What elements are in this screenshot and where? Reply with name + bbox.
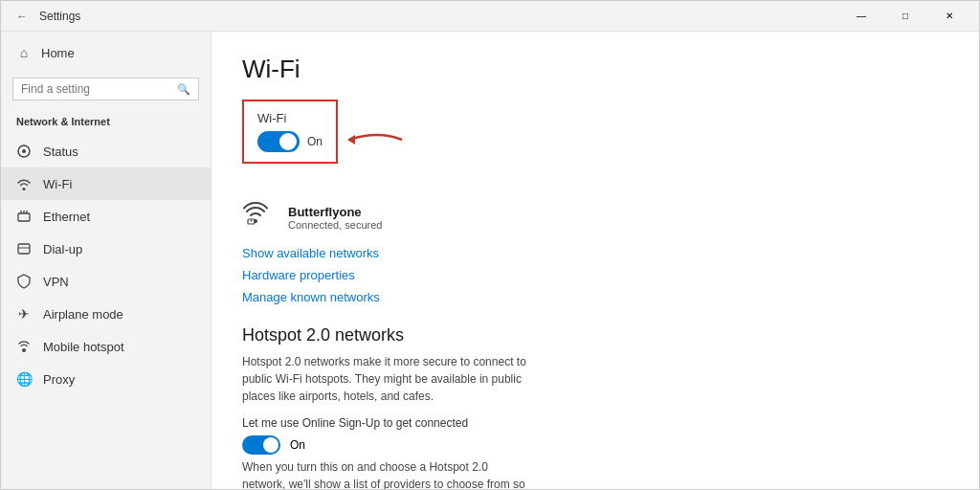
main-content: Wi-Fi Wi-Fi On: [212, 32, 979, 489]
wifi-toggle-box: Wi-Fi On: [242, 100, 338, 164]
wifi-toggle-knob: [279, 133, 297, 150]
sidebar-item-wifi[interactable]: Wi-Fi: [1, 167, 211, 200]
wifi-connected-icon: [242, 200, 269, 227]
sidebar-item-mobile-hotspot[interactable]: Mobile hotspot: [1, 330, 211, 363]
sidebar-item-home[interactable]: ⌂ Home: [1, 32, 211, 74]
search-input[interactable]: [21, 82, 171, 96]
close-button[interactable]: ✕: [927, 1, 971, 32]
wifi-toggle-state: On: [307, 135, 323, 148]
titlebar: ← Settings — □ ✕: [1, 1, 979, 32]
wifi-sidebar-icon: [16, 176, 32, 191]
titlebar-left: ← Settings: [12, 8, 80, 25]
search-icon: 🔍: [177, 83, 190, 96]
wifi-toggle-content: Wi-Fi On: [257, 111, 323, 152]
sidebar-hotspot-label: Mobile hotspot: [43, 340, 124, 354]
ethernet-icon: [16, 209, 32, 224]
connected-network[interactable]: Butterflyone Connected, secured: [242, 192, 948, 242]
sidebar-home-label: Home: [41, 46, 75, 60]
svg-point-10: [251, 220, 253, 222]
signup-toggle-description: When you turn this on and choose a Hotsp…: [242, 458, 529, 489]
network-status: Connected, secured: [288, 219, 382, 231]
wifi-toggle-switch[interactable]: [257, 131, 300, 152]
svg-rect-2: [18, 213, 30, 221]
settings-window: ← Settings — □ ✕ ⌂ Home 🔍 Network & Inte…: [0, 0, 980, 490]
wifi-toggle-row: On: [257, 131, 323, 152]
sidebar-section-title: Network & Internet: [1, 110, 211, 135]
sidebar-item-proxy[interactable]: 🌐 Proxy: [1, 363, 211, 395]
sidebar-wifi-label: Wi-Fi: [43, 177, 72, 191]
svg-marker-8: [347, 135, 355, 145]
mobile-hotspot-icon: [16, 339, 32, 354]
maximize-button[interactable]: □: [883, 1, 927, 32]
window-controls: — □ ✕: [839, 1, 971, 32]
network-name: Butterflyone: [288, 205, 382, 219]
signup-toggle-switch[interactable]: [242, 435, 280, 455]
annotation-arrow: [340, 125, 407, 154]
sidebar-ethernet-label: Ethernet: [43, 210, 90, 224]
window-title: Settings: [39, 10, 80, 23]
search-box[interactable]: 🔍: [12, 78, 199, 100]
signup-toggle-row: On: [242, 435, 948, 455]
sidebar-item-status[interactable]: Status: [1, 135, 211, 167]
wifi-toggle-title: Wi-Fi: [257, 111, 323, 125]
hotspot-section-title: Hotspot 2.0 networks: [242, 325, 948, 345]
airplane-icon: ✈: [16, 306, 32, 322]
sidebar-airplane-label: Airplane mode: [43, 307, 123, 322]
sidebar: ⌂ Home 🔍 Network & Internet Status: [1, 32, 212, 489]
signup-toggle-state: On: [290, 438, 305, 452]
sidebar-item-ethernet[interactable]: Ethernet: [1, 200, 211, 233]
sidebar-status-label: Status: [43, 145, 78, 159]
minimize-button[interactable]: —: [839, 1, 883, 32]
hotspot-description: Hotspot 2.0 networks make it more secure…: [242, 353, 529, 405]
back-button[interactable]: ←: [12, 8, 32, 25]
status-icon: [16, 144, 32, 159]
sidebar-item-vpn[interactable]: VPN: [1, 265, 211, 298]
content-area: ⌂ Home 🔍 Network & Internet Status: [1, 32, 979, 489]
signup-label: Let me use Online Sign-Up to get connect…: [242, 416, 948, 430]
svg-rect-6: [18, 244, 30, 254]
hardware-properties-link[interactable]: Hardware properties: [242, 264, 948, 286]
sidebar-item-airplane[interactable]: ✈ Airplane mode: [1, 298, 211, 330]
network-info: Butterflyone Connected, secured: [288, 205, 382, 231]
sidebar-item-dialup[interactable]: Dial-up: [1, 233, 211, 265]
sidebar-vpn-label: VPN: [43, 275, 69, 289]
page-title: Wi-Fi: [242, 55, 948, 84]
manage-known-networks-link[interactable]: Manage known networks: [242, 286, 948, 308]
proxy-icon: 🌐: [16, 371, 32, 387]
home-icon: ⌂: [16, 45, 32, 60]
dialup-icon: [16, 241, 32, 256]
svg-point-1: [22, 149, 26, 153]
signup-toggle-knob: [263, 437, 278, 453]
network-icon-wrap: [242, 200, 277, 234]
show-available-networks-link[interactable]: Show available networks: [242, 242, 948, 264]
sidebar-dialup-label: Dial-up: [43, 242, 82, 256]
vpn-icon: [16, 274, 32, 289]
sidebar-proxy-label: Proxy: [43, 372, 75, 387]
